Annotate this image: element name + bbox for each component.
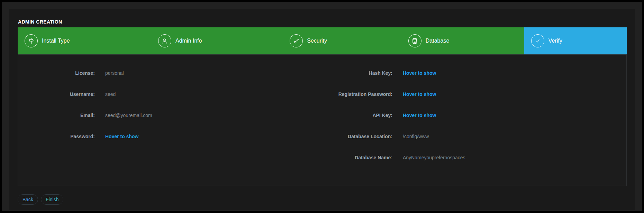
form-row-database-name: Database Name: AnyNameyouprefernospaces — [316, 155, 626, 161]
verify-summary-panel: License: personal Username: seed Email: … — [18, 54, 627, 186]
step-label: Admin Info — [175, 38, 202, 44]
step-label: Verify — [548, 38, 562, 44]
field-label: Password: — [18, 134, 95, 139]
signpost-icon — [25, 34, 38, 47]
hover-to-show-link[interactable]: Hover to show — [105, 134, 316, 139]
wizard-footer: Back Finish — [18, 194, 63, 205]
key-icon — [290, 34, 303, 47]
wizard-stepper: Install Type Admin Info — [18, 27, 627, 54]
content-area: ADMIN CREATION Install Type — [18, 9, 627, 210]
form-row-email: Email: seed@youremail.com — [18, 113, 316, 118]
form-row-username: Username: seed — [18, 91, 316, 97]
hover-to-show-link[interactable]: Hover to show — [403, 113, 626, 118]
hover-to-show-link[interactable]: Hover to show — [403, 70, 626, 76]
field-label: API Key: — [316, 113, 392, 118]
form-row-api-key: API Key: Hover to show — [316, 113, 626, 118]
field-value: AnyNameyouprefernospaces — [403, 155, 626, 160]
admin-creation-page: ADMIN CREATION Install Type — [9, 9, 635, 210]
verify-form: License: personal Username: seed Email: … — [18, 55, 626, 176]
hover-to-show-link[interactable]: Hover to show — [403, 91, 626, 97]
form-row-license: License: personal — [18, 70, 316, 76]
check-icon — [531, 34, 544, 47]
form-column-left: License: personal Username: seed Email: … — [18, 70, 316, 176]
field-label: Database Location: — [316, 134, 392, 139]
step-label: Security — [307, 38, 327, 44]
database-icon — [408, 34, 421, 47]
step-database[interactable]: Database — [401, 27, 524, 54]
back-button[interactable]: Back — [18, 194, 38, 205]
step-security[interactable]: Security — [283, 27, 401, 54]
field-value: seed — [105, 91, 316, 97]
field-label: Registration Password: — [316, 91, 392, 97]
step-admin-info[interactable]: Admin Info — [151, 27, 283, 54]
form-row-hash-key: Hash Key: Hover to show — [316, 70, 626, 76]
field-value: seed@youremail.com — [105, 113, 316, 118]
step-install-type[interactable]: Install Type — [18, 27, 151, 54]
field-label: Username: — [18, 91, 95, 97]
form-row-database-location: Database Location: /config/www — [316, 134, 626, 140]
finish-button[interactable]: Finish — [41, 194, 63, 205]
field-label: License: — [18, 70, 95, 76]
page-title: ADMIN CREATION — [18, 19, 62, 25]
field-label: Email: — [18, 113, 95, 118]
field-label: Hash Key: — [316, 70, 392, 76]
field-value: personal — [105, 70, 316, 76]
form-row-password: Password: Hover to show — [18, 134, 316, 140]
step-verify[interactable]: Verify — [524, 27, 627, 54]
step-label: Database — [426, 38, 450, 44]
form-row-registration-password: Registration Password: Hover to show — [316, 91, 626, 97]
field-label: Database Name: — [316, 155, 392, 160]
form-column-right: Hash Key: Hover to show Registration Pas… — [316, 70, 626, 176]
step-label: Install Type — [42, 38, 70, 44]
app-window: ADMIN CREATION Install Type — [2, 2, 642, 211]
field-value: /config/www — [403, 134, 626, 139]
person-icon — [158, 34, 171, 47]
